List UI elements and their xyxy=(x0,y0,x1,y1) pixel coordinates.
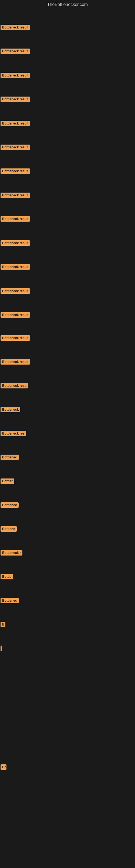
bottleneck-badge: Bottleneck r xyxy=(1,550,22,556)
bottleneck-badge: Bottle xyxy=(1,574,13,579)
bottleneck-item[interactable]: Bottlene xyxy=(1,526,17,533)
bottleneck-item[interactable]: Bottleneck res xyxy=(1,431,26,437)
bottleneck-item[interactable]: Bottleneck result xyxy=(1,97,30,103)
bottleneck-badge: Bottleneck result xyxy=(1,240,30,246)
bottleneck-badge: Bottleneck result xyxy=(1,25,30,30)
bottleneck-item[interactable]: Bottleneck result xyxy=(1,193,30,199)
bottleneck-badge: Bottlenec xyxy=(1,502,18,508)
bottleneck-item[interactable]: Bottleneck result xyxy=(1,73,30,79)
bottleneck-badge: Bottleneck result xyxy=(1,168,30,174)
bottleneck-badge: Bottler xyxy=(1,478,14,484)
bottleneck-badge: Bottleneck resu xyxy=(1,383,28,389)
bottleneck-item[interactable]: Bo xyxy=(1,764,6,771)
bottleneck-badge: Bottleneck result xyxy=(1,73,30,78)
bottleneck-badge: Bottleneck res xyxy=(1,431,26,436)
bottleneck-item[interactable]: Bottler xyxy=(1,478,14,485)
bottleneck-badge: Bottleneck result xyxy=(1,97,30,102)
bottleneck-item[interactable]: Bottleneck result xyxy=(1,359,30,366)
bottleneck-badge: Bottleneck result xyxy=(1,288,30,294)
bottleneck-item[interactable]: B xyxy=(1,622,5,628)
bottleneck-item[interactable]: Bottleneck result xyxy=(1,145,30,151)
bottleneck-item[interactable]: Bottlenec xyxy=(1,502,18,509)
bottleneck-badge: Bottleneck result xyxy=(1,312,30,318)
bottleneck-badge: Bottleneck result xyxy=(1,49,30,54)
bottleneck-badge: Bottleneck xyxy=(1,407,20,412)
bottleneck-item[interactable]: Bottleneck result xyxy=(1,312,30,319)
bottleneck-item[interactable]: Bottlenec xyxy=(1,598,18,604)
bottleneck-item[interactable]: Bottleneck result xyxy=(1,49,30,55)
site-title: TheBottlenecker.com xyxy=(0,0,135,9)
bottleneck-item[interactable]: Bottleneck result xyxy=(1,240,30,247)
bottleneck-item[interactable]: Bottleneck result xyxy=(1,168,30,175)
bottleneck-item[interactable]: Bottleneck resu xyxy=(1,383,28,390)
bottleneck-badge: Bottlene xyxy=(1,526,17,532)
bottleneck-item[interactable]: Bottleneck result xyxy=(1,288,30,295)
bottleneck-badge: Bottleneck result xyxy=(1,193,30,198)
bottleneck-item[interactable]: Bottleneck r xyxy=(1,550,22,557)
bottleneck-badge: Bottleneck result xyxy=(1,359,30,365)
bottleneck-item[interactable]: Bottle xyxy=(1,574,13,581)
bottleneck-badge: B xyxy=(1,622,5,627)
bottleneck-item[interactable]: Bottleneck xyxy=(1,407,20,413)
bottleneck-badge: Bottleneck result xyxy=(1,216,30,222)
bottleneck-item xyxy=(1,646,2,651)
bottleneck-item[interactable]: Bottleneck result xyxy=(1,335,30,342)
bottleneck-badge: Bottleneck result xyxy=(1,264,30,270)
bottleneck-item[interactable]: Bottleneck result xyxy=(1,216,30,223)
bottleneck-badge: Bottleneck result xyxy=(1,121,30,126)
bottleneck-item[interactable]: Bottleneck result xyxy=(1,264,30,271)
bottleneck-badge: Bottlenec xyxy=(1,598,18,603)
bottleneck-badge: Bottleneck result xyxy=(1,145,30,150)
bottleneck-badge: Bottleneck result xyxy=(1,335,30,341)
bottleneck-item[interactable]: Bottleneck result xyxy=(1,25,30,31)
bottleneck-item[interactable]: Bottleneck result xyxy=(1,121,30,127)
bottleneck-badge: Bo xyxy=(1,764,6,770)
bottleneck-item[interactable]: Bottlenec xyxy=(1,455,18,461)
bottleneck-badge: Bottlenec xyxy=(1,455,18,460)
